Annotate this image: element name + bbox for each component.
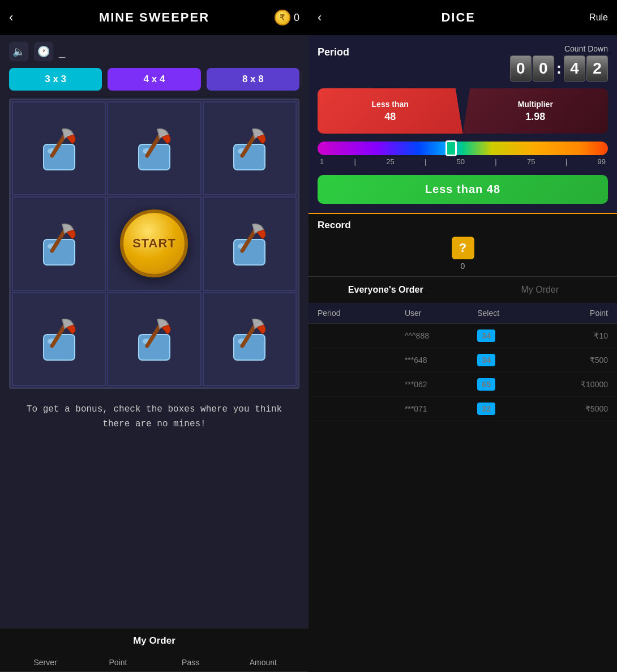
order-row-2: ***062 65 ₹10000: [308, 373, 617, 397]
digit-3: 4: [564, 55, 585, 82]
grid-cell-1-0[interactable]: [12, 196, 106, 290]
row1-select: 34: [477, 354, 535, 366]
question-box: ?: [452, 237, 474, 259]
grid-cell-0-1[interactable]: [107, 101, 201, 195]
order-row-1: ***648 34 ₹500: [308, 348, 617, 373]
svg-rect-20: [44, 335, 75, 360]
history-icon[interactable]: 🕐: [34, 42, 53, 61]
col-server: Server: [9, 658, 82, 667]
mine-icon-6: [130, 315, 178, 363]
tab-my-order[interactable]: My Order: [463, 277, 618, 303]
start-label: START: [132, 236, 176, 251]
svg-rect-12: [44, 239, 75, 265]
dice-main: Period Count Down 0 0 : 4 2 Less than 48…: [308, 35, 617, 213]
slider-thumb[interactable]: [445, 140, 457, 156]
less-than-value: 48: [384, 111, 396, 123]
volume-icon[interactable]: 🔈: [9, 42, 28, 61]
grid-cell-0-0[interactable]: [12, 101, 106, 195]
row0-user: ^^^888: [405, 331, 477, 340]
grid-cell-2-1[interactable]: [107, 292, 201, 386]
left-back-button[interactable]: ‹: [9, 10, 13, 25]
slider-min: 1: [320, 157, 324, 166]
tab-my-label: My Order: [521, 285, 559, 294]
my-order-section: My Order Server Point Pass Amount: [0, 628, 308, 672]
bet-options-row: Less than 48 Multiplier 1.98: [318, 88, 608, 134]
record-title: Record: [318, 220, 608, 231]
orders-table: ^^^888 34 ₹10 ***648 34 ₹500 ***062 65 ₹…: [308, 324, 617, 672]
rule-button[interactable]: Rule: [589, 12, 608, 23]
slider-container: 1 | 25 | 50 | 75 | 99: [318, 142, 608, 166]
countdown-digits: 0 0 : 4 2: [510, 55, 608, 82]
row2-select: 65: [477, 378, 535, 391]
row2-badge: 65: [477, 378, 495, 391]
multiplier-label: Multiplier: [518, 100, 553, 109]
row0-badge: 34: [477, 329, 495, 342]
svg-rect-4: [139, 144, 170, 170]
order-row-3: ***071 32 ₹5000: [308, 397, 617, 421]
coins-display: ₹ 0: [275, 10, 299, 25]
mine-icon-7: [225, 315, 273, 363]
grid-4x4-button[interactable]: 4 x 4: [108, 68, 200, 91]
svg-rect-8: [234, 144, 265, 170]
coin-icon: ₹: [275, 10, 290, 25]
svg-rect-24: [139, 335, 170, 360]
period-label: Period: [318, 44, 349, 58]
slider-tick-1: |: [354, 157, 356, 166]
orders-table-header: Period User Select Point: [308, 303, 617, 324]
bonus-text: To get a bonus, check the boxes where yo…: [0, 389, 308, 440]
col-pass: Pass: [155, 658, 227, 667]
digit-1: 0: [510, 55, 532, 82]
row0-select: 34: [477, 329, 535, 342]
game-grid: START: [9, 99, 299, 389]
record-value: 0: [461, 262, 465, 271]
less-than-option[interactable]: Less than 48: [318, 88, 463, 134]
start-button[interactable]: START: [120, 209, 188, 277]
order-row-0: ^^^888 34 ₹10: [308, 324, 617, 348]
orders-col-user: User: [405, 309, 477, 318]
row3-select: 32: [477, 403, 535, 415]
orders-col-point: Point: [535, 309, 608, 318]
left-panel: ‹ MINE SWEEPER ₹ 0 🔈 🕐 _ 3 x 3 4 x 4 8 x…: [0, 0, 308, 672]
svg-rect-16: [234, 239, 265, 265]
orders-tabs: Everyone's Order My Order: [308, 276, 617, 303]
coin-value: 0: [294, 12, 299, 24]
slider-q3: 75: [527, 157, 535, 166]
less-than-button[interactable]: Less than 48: [318, 175, 608, 204]
grid-cell-2-2[interactable]: [203, 292, 297, 386]
row3-point: ₹5000: [535, 404, 608, 413]
col-amount: Amount: [227, 658, 299, 667]
mine-icon-2: [225, 125, 273, 173]
slider-mid: 50: [457, 157, 465, 166]
grid-cell-start[interactable]: START: [107, 196, 201, 290]
svg-rect-28: [234, 335, 265, 360]
slider-tick-3: |: [495, 157, 496, 166]
order-table-header: Server Point Pass Amount: [0, 653, 308, 672]
grid-cell-0-2[interactable]: [203, 101, 297, 195]
row0-point: ₹10: [535, 331, 608, 340]
right-header: ‹ DICE Rule: [308, 0, 617, 35]
slider-q1: 25: [386, 157, 394, 166]
left-toolbar: 🔈 🕐 _: [0, 35, 308, 68]
mine-icon-5: [35, 315, 83, 363]
tab-everyones-order[interactable]: Everyone's Order: [308, 277, 463, 303]
right-title: DICE: [327, 10, 589, 25]
right-back-button[interactable]: ‹: [318, 10, 322, 25]
slider-track[interactable]: [318, 142, 608, 155]
grid-cell-1-2[interactable]: [203, 196, 297, 290]
colon: :: [555, 59, 563, 78]
less-than-label: Less than: [372, 100, 409, 109]
orders-col-period: Period: [318, 309, 405, 318]
grid-8x8-button[interactable]: 8 x 8: [207, 68, 299, 91]
multiplier-option[interactable]: Multiplier 1.98: [463, 88, 609, 134]
slider-tick-2: |: [425, 157, 426, 166]
grid-3x3-button[interactable]: 3 x 3: [9, 68, 102, 91]
mine-icon-3: [35, 220, 83, 268]
countdown-section: Count Down 0 0 : 4 2: [510, 44, 608, 82]
mine-icon-1: [130, 125, 178, 173]
right-panel: ‹ DICE Rule Period Count Down 0 0 : 4 2 …: [308, 0, 617, 672]
mine-icon-4: [225, 220, 273, 268]
col-point: Point: [82, 658, 154, 667]
grid-cell-2-0[interactable]: [12, 292, 106, 386]
mine-icon-0: [35, 125, 83, 173]
row1-point: ₹500: [535, 356, 608, 365]
